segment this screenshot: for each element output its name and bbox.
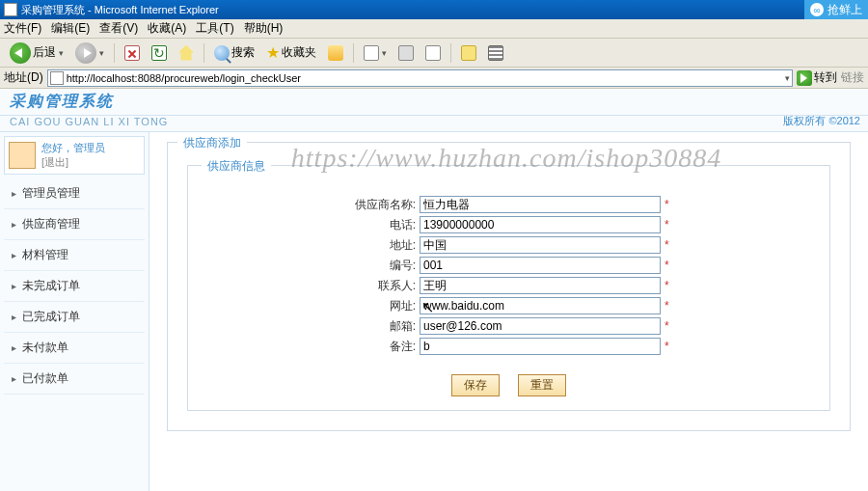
go-button[interactable]: 转到 <box>797 69 837 86</box>
grid-button[interactable] <box>484 43 507 63</box>
media-icon <box>328 45 343 61</box>
stop-icon <box>124 45 140 61</box>
required-mark: * <box>665 198 669 211</box>
star-icon: ★ <box>266 45 280 61</box>
menubar: 文件(F) 编辑(E) 查看(V) 收藏(A) 工具(T) 帮助(H) <box>0 19 868 39</box>
refresh-button[interactable]: ↻ <box>148 43 171 63</box>
label-email: 邮箱: <box>207 318 420 335</box>
sidebar-item-supplier[interactable]: 供应商管理 <box>4 209 145 240</box>
logout-link[interactable]: [退出] <box>41 155 105 170</box>
row-remark: 备注: * <box>207 338 810 355</box>
input-phone[interactable] <box>420 216 661 233</box>
input-code[interactable] <box>420 257 661 274</box>
input-website[interactable] <box>420 297 661 314</box>
row-name: 供应商名称: * <box>207 196 810 213</box>
print-button[interactable] <box>394 43 418 63</box>
panel: 供应商添加 供应商信息 供应商名称: * 电话: * 地址: <box>167 142 851 431</box>
row-code: 编号: * <box>207 257 810 274</box>
edit-icon <box>425 45 441 61</box>
url-wrap[interactable]: ▾ <box>47 69 793 87</box>
input-remark[interactable] <box>420 338 661 355</box>
search-button[interactable]: 搜索 <box>210 42 258 63</box>
forward-icon <box>75 42 96 64</box>
required-mark: * <box>665 319 669 333</box>
favorites-button[interactable]: ★ 收藏夹 <box>262 42 320 63</box>
app-header: 采购管理系统 版权所有 ©2012 <box>0 89 868 116</box>
chevron-down-icon: ▾ <box>382 48 387 58</box>
app-title: 采购管理系统 <box>10 92 114 112</box>
reset-button[interactable]: 重置 <box>518 374 566 396</box>
go-icon <box>797 70 812 86</box>
print-icon <box>398 45 414 61</box>
separator <box>203 43 204 63</box>
required-mark: * <box>665 259 669 272</box>
forward-button[interactable]: ▾ <box>71 41 108 66</box>
home-button[interactable] <box>175 43 198 63</box>
menu-favorites[interactable]: 收藏(A) <box>148 20 186 37</box>
input-email[interactable] <box>420 317 661 335</box>
folder-icon <box>461 45 476 61</box>
cloud-icon: ∞ <box>810 3 824 16</box>
favorites-label: 收藏夹 <box>282 44 316 61</box>
input-name[interactable] <box>420 196 661 213</box>
sidebar-menu: 管理员管理 供应商管理 材料管理 未完成订单 已完成订单 未付款单 已付款单 <box>4 178 145 395</box>
row-phone: 电话: * <box>207 216 810 233</box>
back-icon <box>10 42 31 64</box>
avatar <box>9 142 36 169</box>
label-code: 编号: <box>207 258 420 274</box>
sidebar-item-material[interactable]: 材料管理 <box>4 240 145 271</box>
copyright: 版权所有 ©2012 <box>783 114 860 128</box>
row-email: 邮箱: * <box>207 317 810 335</box>
app-pinyin: CAI GOU GUAN LI XI TONG <box>0 116 868 132</box>
content: 供应商添加 供应商信息 供应商名称: * 电话: * 地址: <box>149 132 868 491</box>
back-label: 后退 <box>33 44 56 61</box>
mail-button[interactable]: ▾ <box>360 43 391 63</box>
links-label[interactable]: 链接 <box>841 69 864 86</box>
fieldset: 供应商信息 供应商名称: * 电话: * 地址: * <box>187 165 830 411</box>
back-button[interactable]: 后退 ▾ <box>6 41 68 66</box>
go-label: 转到 <box>814 69 837 86</box>
sidebar-item-done-orders[interactable]: 已完成订单 <box>4 302 145 333</box>
input-address[interactable] <box>420 236 661 254</box>
separator <box>353 43 354 63</box>
button-row: 保存 重置 <box>207 374 810 396</box>
label-website: 网址: <box>207 298 420 314</box>
chevron-down-icon[interactable]: ▾ <box>785 73 790 83</box>
required-mark: * <box>665 340 669 353</box>
separator <box>450 43 451 63</box>
label-name: 供应商名称: <box>207 197 420 213</box>
save-button[interactable]: 保存 <box>451 374 500 396</box>
stop-button[interactable] <box>121 43 144 63</box>
input-contact[interactable] <box>420 277 661 294</box>
sidebar-item-unpaid[interactable]: 未付款单 <box>4 333 145 364</box>
chevron-down-icon: ▾ <box>99 48 104 58</box>
menu-tools[interactable]: 工具(T) <box>196 20 233 37</box>
sidebar-item-pending-orders[interactable]: 未完成订单 <box>4 271 145 302</box>
edit-doc-button[interactable] <box>421 43 445 63</box>
separator <box>114 43 115 63</box>
row-website: 网址: * <box>207 297 810 314</box>
media-button[interactable] <box>324 43 347 63</box>
user-greeting: 您好，管理员 <box>41 141 105 155</box>
menu-file[interactable]: 文件(F) <box>4 20 41 37</box>
folder-button[interactable] <box>457 43 480 63</box>
mail-icon <box>364 45 379 61</box>
required-mark: * <box>665 279 669 292</box>
corner-badge[interactable]: ∞ 抢鲜上 <box>804 0 868 19</box>
refresh-icon: ↻ <box>151 45 167 61</box>
menu-edit[interactable]: 编辑(E) <box>51 20 90 37</box>
menu-help[interactable]: 帮助(H) <box>244 20 284 37</box>
chevron-down-icon: ▾ <box>59 48 64 58</box>
label-contact: 联系人: <box>207 278 420 294</box>
menu-view[interactable]: 查看(V) <box>99 20 138 37</box>
label-phone: 电话: <box>207 217 420 233</box>
fieldset-legend: 供应商信息 <box>202 158 271 175</box>
label-remark: 备注: <box>207 339 420 355</box>
user-box: 您好，管理员 [退出] <box>4 136 145 175</box>
sidebar-item-paid[interactable]: 已付款单 <box>4 364 145 395</box>
panel-title: 供应商添加 <box>177 135 247 151</box>
required-mark: * <box>665 299 669 313</box>
toolbar: 后退 ▾ ▾ ↻ 搜索 ★ 收藏夹 ▾ <box>0 39 868 68</box>
url-input[interactable] <box>67 72 781 84</box>
sidebar-item-admin[interactable]: 管理员管理 <box>4 178 145 209</box>
